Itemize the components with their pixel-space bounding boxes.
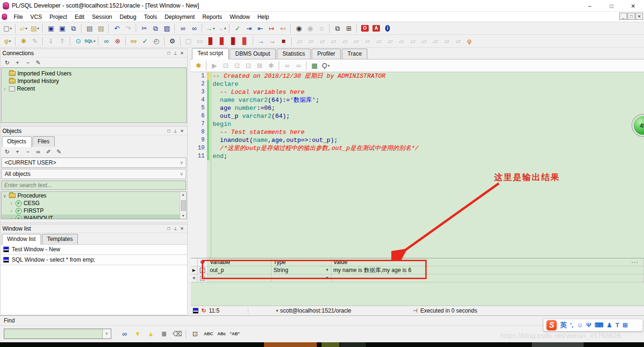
pin-panel-icon[interactable]: ⊥ bbox=[172, 51, 179, 56]
next-marker-button[interactable]: ↦ bbox=[266, 23, 277, 33]
configure-button[interactable]: ✱ bbox=[18, 36, 29, 46]
taskbar-app-2[interactable] bbox=[322, 342, 339, 347]
tree-item-firstp[interactable]: › P FIRSTP bbox=[1, 207, 186, 215]
find-database-object-button[interactable]: ∞ bbox=[101, 36, 112, 46]
sessions-button[interactable]: φφ bbox=[129, 36, 139, 46]
tab-dbms-output[interactable]: DBMS Output bbox=[230, 49, 276, 59]
tree-item-cesg[interactable]: › P CESG bbox=[1, 199, 186, 207]
dropdown-arrow-icon[interactable]: ▾ bbox=[224, 26, 226, 31]
voice-icon[interactable]: Ψ bbox=[586, 322, 592, 329]
tree-item-procedures[interactable]: ∨ Procedures bbox=[1, 192, 186, 199]
menu-item-project[interactable]: Project bbox=[46, 13, 71, 21]
expand-object-button[interactable]: + bbox=[13, 148, 22, 156]
outdent-button[interactable]: ⇤ bbox=[255, 23, 265, 33]
dropdown-arrow-icon[interactable]: ▾ bbox=[213, 26, 215, 31]
object-properties-button[interactable]: ✎ bbox=[55, 148, 63, 156]
taskbar-app-1[interactable] bbox=[264, 342, 317, 347]
dropdown-arrow-icon[interactable]: ▾ bbox=[328, 64, 330, 68]
tab-trace[interactable]: Trace bbox=[342, 49, 367, 59]
connection-dropdown-icon[interactable]: ▾ bbox=[276, 308, 279, 313]
type-dropdown-icon[interactable]: ▼ bbox=[325, 266, 329, 274]
cascade-windows-button[interactable]: ⧉ bbox=[332, 23, 343, 33]
tab-files[interactable]: Files bbox=[33, 136, 55, 147]
paste-button[interactable]: ▨ bbox=[162, 23, 172, 33]
expander-icon[interactable]: › bbox=[8, 216, 15, 220]
object-filter-select[interactable]: All objects˅ bbox=[1, 169, 186, 179]
objects-tree[interactable]: ∨ Procedures › P CESG › P FIRSTP › P INA… bbox=[1, 191, 187, 219]
save-button[interactable]: ▣ bbox=[46, 23, 56, 33]
code-editor[interactable]: 1-- Created on 2018/12/30 星期日 by ADMINIS… bbox=[191, 72, 644, 258]
collapse-object-button[interactable]: − bbox=[24, 148, 32, 156]
profiler-report-button[interactable]: ▦ bbox=[309, 60, 320, 71]
window-list-item-test-window[interactable]: Test Window - New bbox=[0, 245, 187, 255]
connection-indicator[interactable]: scott@localhost:1521/oracle bbox=[280, 307, 351, 314]
tile-windows-button[interactable]: ⊞ bbox=[344, 23, 354, 33]
variable-value-cell[interactable] bbox=[331, 274, 644, 282]
tree-item-inandout[interactable]: › P INANDOUT bbox=[1, 215, 186, 219]
variable-name-cell[interactable] bbox=[208, 274, 272, 282]
tab-test-script[interactable]: Test script bbox=[192, 48, 229, 59]
dropdown-arrow-icon[interactable]: ▾ bbox=[94, 39, 96, 43]
find-up-button[interactable]: ▲ bbox=[146, 329, 156, 339]
cut-button[interactable]: ✂ bbox=[139, 23, 149, 33]
rollback-button[interactable]: ⊗ bbox=[113, 36, 123, 46]
variable-name-cell[interactable]: out_p bbox=[208, 266, 272, 274]
step-button[interactable]: → bbox=[256, 36, 266, 46]
compile-search-button[interactable]: ▊ bbox=[240, 36, 250, 46]
objects-tree-scrollbar[interactable]: ▲ ▼ bbox=[180, 192, 186, 219]
menu-item-tools[interactable]: Tools bbox=[140, 13, 161, 21]
logon-button[interactable]: φ▾ bbox=[2, 36, 13, 46]
menu-item-session[interactable]: Session bbox=[88, 13, 116, 21]
scroll-down-icon[interactable]: ▼ bbox=[182, 213, 185, 219]
restore-panel-icon[interactable]: □ bbox=[165, 51, 172, 56]
previous-marker-button[interactable]: ↤ bbox=[278, 23, 288, 33]
compile-family-button[interactable]: ▊ bbox=[229, 36, 239, 46]
menu-item-window[interactable]: Window bbox=[226, 13, 254, 21]
pin-panel-icon[interactable]: ⊥ bbox=[172, 129, 179, 133]
variable-value-cell[interactable]: my name is 数据库,my age is 6 bbox=[331, 266, 644, 274]
close-panel-icon[interactable]: ✕ bbox=[179, 129, 185, 133]
undo-button[interactable]: ↶ bbox=[112, 23, 122, 33]
sogou-logo-icon[interactable]: S bbox=[546, 320, 557, 330]
tree-item-imported-history[interactable]: Imported History bbox=[1, 77, 186, 85]
print-selection-button[interactable]: ▤ bbox=[96, 23, 106, 33]
print-button[interactable]: ▤ bbox=[84, 23, 95, 33]
dropdown-arrow-icon[interactable]: ▾ bbox=[25, 26, 27, 31]
commit-button[interactable]: ⊙ bbox=[73, 36, 83, 46]
break-button[interactable]: ■ bbox=[279, 36, 289, 46]
refresh-connections-button[interactable]: ↻ bbox=[3, 58, 11, 67]
lock-keys-button[interactable]: φ bbox=[464, 36, 475, 46]
find-input[interactable] bbox=[4, 329, 102, 339]
dropdown-arrow-icon[interactable]: ▾ bbox=[10, 26, 12, 31]
search-in-selection-button[interactable]: ⊡ bbox=[190, 329, 200, 339]
case-sensitive-button[interactable]: ABC bbox=[203, 329, 214, 339]
close-panel-icon[interactable]: ✕ bbox=[179, 226, 185, 231]
menu-item-file[interactable]: File bbox=[10, 13, 26, 21]
dropdown-arrow-icon[interactable]: ▾ bbox=[37, 26, 39, 31]
syntax-check-button[interactable]: ✓ bbox=[232, 23, 243, 33]
variable-checkbox[interactable]: ✓ bbox=[200, 268, 205, 273]
expander-icon[interactable]: › bbox=[1, 86, 8, 91]
execute-button[interactable]: →▾ bbox=[205, 23, 215, 33]
expander-icon[interactable]: › bbox=[8, 201, 15, 206]
find-search-button[interactable]: ∞ bbox=[119, 329, 130, 339]
menu-item-help[interactable]: Help bbox=[254, 13, 273, 21]
toggle-all-icon[interactable]: ↺ bbox=[198, 258, 208, 266]
expander-icon[interactable]: ∨ bbox=[1, 193, 8, 198]
refresh-objects-button[interactable]: ↻ bbox=[3, 148, 11, 156]
account-icon[interactable]: ♟ bbox=[607, 322, 612, 329]
skin-icon[interactable]: T bbox=[615, 322, 619, 329]
find-down-button[interactable]: ▼ bbox=[132, 329, 143, 339]
minimize-button[interactable]: – bbox=[579, 0, 601, 12]
tab-profiler[interactable]: Profiler bbox=[312, 49, 341, 59]
edit-connection-button[interactable]: ✎ bbox=[34, 58, 42, 67]
open-file-button[interactable]: ▱▾ bbox=[18, 23, 29, 33]
pin-panel-icon[interactable]: ⊥ bbox=[172, 226, 179, 231]
run-button[interactable]: → bbox=[267, 36, 278, 46]
new-document-button[interactable]: ▢▾ bbox=[2, 23, 13, 33]
acrobat-button[interactable]: A bbox=[371, 23, 381, 33]
run-macro-button[interactable]: ◌ bbox=[316, 23, 327, 33]
tab-templates[interactable]: Templates bbox=[42, 234, 78, 244]
variable-type-cell[interactable]: String bbox=[273, 266, 288, 274]
compile-button[interactable]: ▊ bbox=[206, 36, 216, 46]
